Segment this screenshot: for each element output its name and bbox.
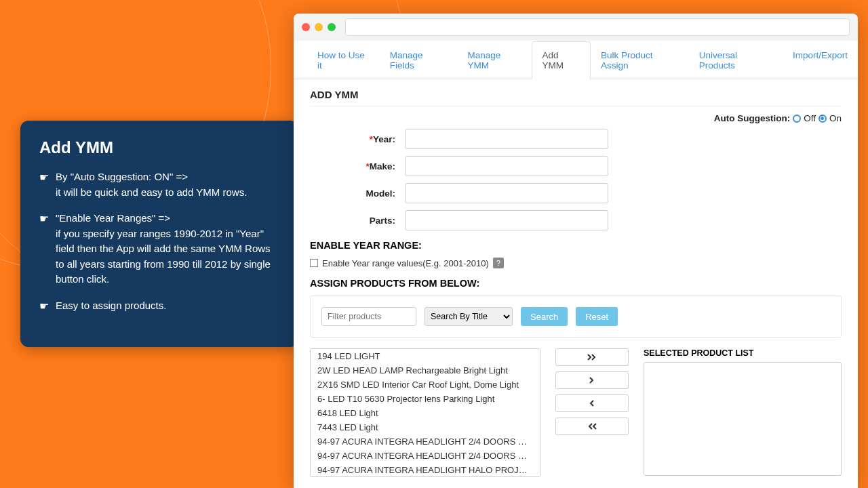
callout-item: ☛By "Auto Suggestion: ON" => it will be … [39, 169, 279, 200]
product-list-item[interactable]: 194 LED LIGHT [311, 349, 540, 363]
reset-button[interactable]: Reset [576, 307, 618, 326]
parts-input[interactable] [405, 210, 608, 230]
tab-manage-ymm[interactable]: Manage YMM [457, 41, 532, 79]
window-close-icon[interactable] [302, 23, 310, 31]
filter-products-input[interactable] [321, 307, 416, 326]
tab-bar: How to Use itManage FieldsManage YMMAdd … [294, 41, 858, 79]
window-minimize-icon[interactable] [315, 23, 323, 31]
tab-add-ymm[interactable]: Add YMM [532, 41, 590, 79]
product-list-item[interactable]: 6- LED T10 5630 Projector lens Parking L… [311, 392, 540, 406]
filter-box: Search By Title Search Reset [310, 296, 842, 338]
help-icon[interactable]: ? [493, 258, 504, 268]
move-left-button[interactable] [555, 394, 629, 412]
callout-title: Add YMM [39, 138, 279, 157]
selected-heading: SELECTED PRODUCT LIST [644, 348, 842, 358]
auto-suggestion-off-radio[interactable] [793, 115, 801, 123]
callout-item: ☛"Enable Year Ranges" => if you specify … [39, 211, 279, 287]
tab-manage-fields[interactable]: Manage Fields [380, 41, 458, 79]
pointer-icon: ☛ [39, 169, 49, 200]
selected-product-list[interactable] [644, 362, 842, 476]
product-list-item[interactable]: 2X16 SMD LED Interior Car Roof Light, Do… [311, 378, 540, 392]
tab-bulk-product-assign[interactable]: Bulk Product Assign [591, 41, 689, 79]
assign-heading: ASSIGN PRODUCTS FROM BELOW: [310, 278, 842, 289]
enable-year-range-checkbox[interactable] [310, 259, 318, 267]
move-all-left-button[interactable] [555, 418, 629, 435]
callout-item: ☛Easy to assign products. [39, 298, 279, 314]
browser-window: How to Use itManage FieldsManage YMMAdd … [294, 14, 858, 488]
product-list-item[interactable]: 94-97 ACURA INTEGRA HEADLIGHT HALO PROJE… [311, 463, 540, 477]
search-by-select[interactable]: Search By Title [425, 307, 513, 326]
move-right-button[interactable] [555, 371, 629, 389]
pointer-icon: ☛ [39, 298, 49, 314]
auto-suggestion-row: Auto Suggestion: Off On [310, 113, 842, 123]
product-list-item[interactable]: 94-97 ACURA INTEGRA HEADLIGHT 2/4 DOORS … [311, 449, 540, 463]
window-maximize-icon[interactable] [328, 23, 336, 31]
product-list[interactable]: 194 LED LIGHT2W LED HEAD LAMP Rechargeab… [310, 348, 540, 477]
product-list-item[interactable]: 94-97 ACURA INTEGRA HEADLIGHT 2/4 DOORS … [311, 434, 540, 449]
tab-import-export[interactable]: Import/Export [783, 41, 858, 79]
page-heading: ADD YMM [310, 89, 842, 100]
url-bar[interactable] [345, 18, 850, 36]
titlebar [294, 14, 858, 41]
product-list-item[interactable]: 7443 LED Light [311, 420, 540, 434]
callout-panel: Add YMM ☛By "Auto Suggestion: ON" => it … [20, 121, 298, 347]
product-list-item[interactable]: 2W LED HEAD LAMP Rechargeable Bright Lig… [311, 363, 540, 378]
move-all-right-button[interactable] [555, 348, 629, 366]
search-button[interactable]: Search [521, 307, 568, 326]
product-list-item[interactable]: 6418 LED Light [311, 406, 540, 420]
auto-suggestion-on-radio[interactable] [818, 115, 827, 123]
year-input[interactable] [405, 129, 608, 149]
make-input[interactable] [405, 156, 608, 176]
pointer-icon: ☛ [39, 211, 49, 287]
tab-how-to-use-it[interactable]: How to Use it [307, 41, 380, 79]
tab-universal-products[interactable]: Universal Products [689, 41, 783, 79]
enable-range-heading: ENABLE YEAR RANGE: [310, 240, 842, 251]
model-input[interactable] [405, 183, 608, 203]
